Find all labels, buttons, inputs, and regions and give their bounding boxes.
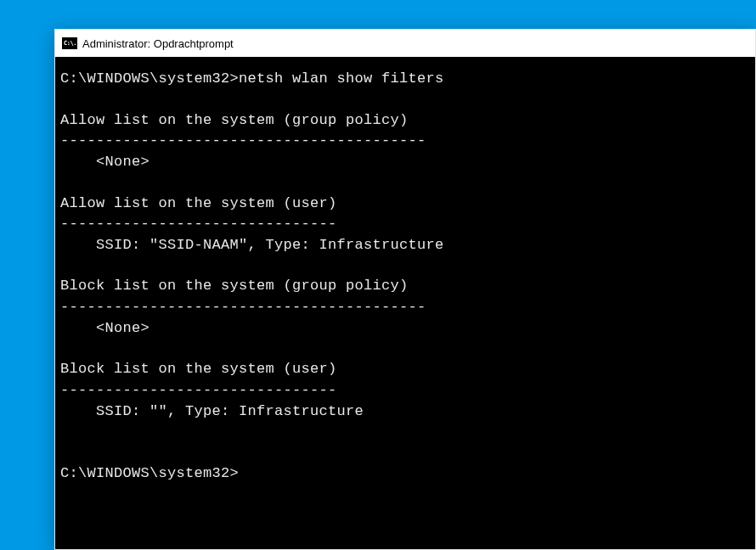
blank-line [60,443,750,463]
prompt-line: C:\WINDOWS\system32> [60,465,239,481]
blank-line [60,173,750,194]
titlebar[interactable]: C:\. Administrator: Opdrachtprompt [55,30,755,57]
section-divider: ------------------------------- [60,382,337,398]
cmd-icon: C:\. [62,37,77,49]
section-content: <None> [60,320,150,336]
section-content: <None> [60,154,150,170]
section-header: Block list on the system (user) [60,361,337,377]
window-title: Administrator: Opdrachtprompt [82,37,234,50]
prompt-path: C:\WINDOWS\system32> [60,70,239,87]
section-divider: ------------------------------- [60,216,337,232]
section-content: SSID: "", Type: Infrastructure [60,403,364,419]
terminal-output[interactable]: C:\WINDOWS\system32>netsh wlan show filt… [55,57,755,549]
section-divider: ----------------------------------------… [60,299,426,315]
blank-line [60,90,750,110]
section-header: Block list on the system (group policy) [60,278,409,294]
command-text: netsh wlan show filters [239,70,444,87]
prompt-line: C:\WINDOWS\system32>netsh wlan show filt… [60,70,444,87]
blank-line [60,255,750,276]
command-prompt-window: C:\. Administrator: Opdrachtprompt C:\WI… [54,29,756,550]
section-content: SSID: "SSID-NAAM", Type: Infrastructure [60,237,444,253]
cmd-icon-text: C:\. [64,40,76,47]
section-divider: ----------------------------------------… [60,132,426,149]
section-header: Allow list on the system (group policy) [60,112,409,128]
section-header: Allow list on the system (user) [60,195,337,211]
blank-line [60,339,750,359]
